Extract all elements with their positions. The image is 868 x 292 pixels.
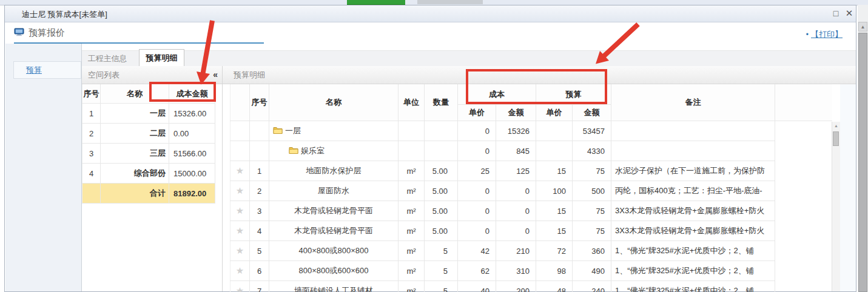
cell-qty: 5 (425, 241, 458, 261)
cell-budget-price (536, 141, 573, 161)
star-icon[interactable]: ★ (236, 225, 244, 236)
cell-amount: 15326.00 (169, 104, 215, 124)
col-header-cost-price[interactable]: 单价 (458, 105, 496, 121)
cell-star: ★ (230, 201, 250, 221)
scroll-up-icon[interactable]: ▲ (832, 122, 840, 130)
cell-budget-amount: 53457 (573, 121, 611, 141)
print-link[interactable]: 【打印】 (811, 30, 843, 39)
star-icon[interactable]: ★ (236, 205, 244, 216)
col-header-no[interactable]: 序号 (250, 84, 269, 121)
detail-row[interactable]: ★ 2 屋面防水 m² 5.00 0 0 100 500 丙纶，国标400克；工… (230, 181, 832, 201)
tab-project-info[interactable]: 工程主信息 (82, 51, 133, 66)
cell-cost-price: 25 (458, 161, 496, 181)
cell-star: ★ (230, 221, 250, 241)
cell-name: 二层 (101, 124, 169, 144)
cell-cost-price: 0 (458, 121, 496, 141)
detail-row[interactable]: ★ 7 墙面砖铺设人工及辅材 m² 5 40 200 48 240 1、“佛光”… (230, 281, 832, 292)
cell-no: 1 (250, 161, 269, 181)
cell-star: ★ (230, 261, 250, 281)
cell-budget-amount: 490 (573, 261, 611, 281)
close-button[interactable]: ✕ (844, 8, 855, 19)
sidebar-link-budget[interactable]: 预算 (26, 65, 42, 75)
cell-remark (611, 121, 775, 141)
cell-cost-amount: 0 (496, 201, 536, 221)
cell-name: 地面防水保护层 (269, 161, 399, 181)
page-scrollbar[interactable]: ▲ (858, 5, 868, 292)
table-scrollbar-thumb[interactable] (833, 131, 839, 146)
detail-row[interactable]: ★ 5 400×800或800×800 m² 5 42 210 72 360 1… (230, 241, 832, 261)
cell-cost-amount: 310 (496, 261, 536, 281)
space-row[interactable]: 2 二层 0.00 (82, 124, 215, 144)
cell-name: 屋面防水 (269, 181, 399, 201)
cell-star (230, 121, 250, 141)
star-icon[interactable]: ★ (236, 185, 244, 196)
detail-row[interactable]: ★ 4 木龙骨或轻钢龙骨平面 m² 5.00 0 0 15 75 3X3木龙骨或… (230, 221, 832, 241)
col-header-cost-amount[interactable]: 金额 (496, 105, 536, 121)
cell-star: ★ (230, 281, 250, 292)
dialog-title: 迪士尼 预算成本[未签单] (22, 9, 107, 20)
cell-qty: 5.00 (425, 201, 458, 221)
cell-cost-price: 40 (458, 281, 496, 292)
cell-budget-price: 72 (536, 241, 573, 261)
cell-budget-price: 15 (536, 201, 573, 221)
collapse-panel-icon[interactable]: « (213, 66, 218, 84)
bullet-icon: • (806, 30, 809, 39)
tab-budget-detail[interactable]: 预算明细 (139, 49, 184, 66)
col-header-budget-price[interactable]: 单价 (536, 105, 573, 121)
star-icon[interactable]: ★ (236, 265, 244, 276)
table-scrollbar[interactable]: ▲ (832, 122, 840, 291)
star-icon[interactable]: ★ (236, 245, 244, 256)
cell-cost-amount: 0 (496, 181, 536, 201)
cell-no: 5 (250, 241, 269, 261)
scroll-up-icon[interactable]: ▲ (858, 22, 867, 32)
cell-remark: 1、“佛光”牌325#水泥+优质中沙；2、铺 (611, 241, 775, 261)
cell-no: 1 (82, 104, 101, 124)
col-header-no[interactable]: 序号 (82, 84, 101, 104)
cell-filler (775, 241, 832, 261)
cell-qty (425, 141, 458, 161)
col-header-star (230, 84, 250, 121)
col-header-name[interactable]: 名称 (101, 84, 169, 104)
detail-row[interactable]: ★ 6 800×800或600×600 m² 5 62 310 98 490 1… (230, 261, 832, 281)
cell-name: 木龙骨或轻钢龙骨平面 (269, 221, 399, 241)
col-header-qty[interactable]: 数量 (425, 84, 458, 121)
folder-icon[interactable] (273, 127, 283, 136)
group-row-room[interactable]: 娱乐室 0 845 4330 (230, 141, 832, 161)
maximize-button[interactable]: □ (830, 8, 841, 19)
col-header-name[interactable]: 名称 (269, 84, 399, 121)
cell-qty: 5.00 (425, 221, 458, 241)
budget-dialog: 迪士尼 预算成本[未签单] □ ✕ 预算报价 •【打印】 预算 (4, 5, 856, 292)
cell-name: 一层 (101, 104, 169, 124)
col-header-budget-amount[interactable]: 金额 (573, 105, 611, 121)
folder-icon[interactable] (289, 147, 298, 156)
cell-qty: 5.00 (425, 181, 458, 201)
cell-budget-amount: 4330 (573, 141, 611, 161)
space-row[interactable]: 3 三层 51566.00 (82, 144, 215, 164)
col-header-cost-amount[interactable]: 成本金额 (169, 84, 215, 104)
detail-row[interactable]: ★ 3 木龙骨或轻钢龙骨平面 m² 5.00 0 0 15 75 3X3木龙骨或… (230, 201, 832, 221)
cell-remark (611, 141, 775, 161)
cell-no: 7 (250, 281, 269, 292)
cell-qty (425, 121, 458, 141)
star-icon[interactable]: ★ (236, 165, 244, 176)
budget-detail-title: 预算明细 (229, 70, 265, 79)
space-row[interactable]: 4 综合部份 15000.00 (82, 164, 215, 184)
cell-unit: m² (399, 181, 425, 201)
cell-filler (775, 181, 832, 201)
section-title: 预算报价 (29, 27, 65, 39)
detail-row[interactable]: ★ 1 地面防水保护层 m² 5.00 25 125 15 75 水泥沙子保护（… (230, 161, 832, 181)
cell-no (250, 121, 269, 141)
col-header-filler (775, 84, 832, 121)
cell-filler (775, 121, 832, 141)
sidebar-item-budget[interactable]: 预算 (13, 61, 81, 79)
cell-remark: 1、“佛光”牌325#水泥+优质中沙；2、铺 (611, 261, 775, 281)
cell-filler (775, 261, 832, 281)
group-row-floor[interactable]: 一层 0 15326 53457 (230, 121, 832, 141)
star-icon[interactable]: ★ (236, 285, 244, 292)
space-table-header-row: 序号 名称 成本金额 (82, 84, 215, 104)
col-header-unit[interactable]: 单位 (399, 84, 425, 121)
space-row[interactable]: 1 一层 15326.00 (82, 104, 215, 124)
cell-empty (82, 184, 101, 204)
col-header-remark[interactable]: 备注 (611, 84, 775, 121)
page-scrollbar-thumb[interactable] (858, 33, 867, 292)
